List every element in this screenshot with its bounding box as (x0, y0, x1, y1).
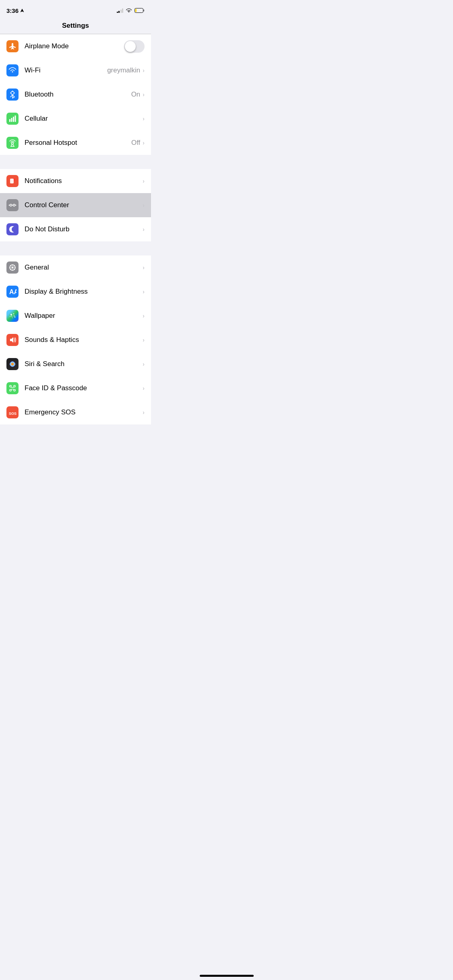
siri-search-label: Siri & Search (25, 360, 143, 368)
wallpaper-icon (8, 312, 17, 320)
display-group: General › AA Display & Brightness › (0, 255, 151, 424)
face-id-item[interactable]: Face ID & Passcode › (0, 376, 151, 400)
group-spacer-1 (0, 155, 151, 169)
emergency-sos-item[interactable]: SOS Emergency SOS › (0, 400, 151, 424)
siri-search-chevron: › (143, 361, 145, 367)
location-arrow-icon (20, 8, 24, 13)
bluetooth-value: On (131, 91, 141, 99)
emergency-icon: SOS (8, 408, 17, 416)
airplane-mode-icon-wrapper (6, 40, 19, 52)
wallpaper-icon-wrapper (6, 310, 19, 322)
control-center-icon-wrapper (6, 199, 19, 211)
svg-point-43 (13, 387, 14, 388)
svg-point-17 (12, 267, 14, 269)
do-not-disturb-icon (8, 225, 17, 233)
sounds-icon (8, 336, 17, 344)
face-id-chevron: › (143, 385, 145, 391)
notifications-item[interactable]: Notifications › (0, 169, 151, 193)
wifi-icon (8, 67, 17, 74)
face-id-icon (8, 384, 17, 392)
connectivity-group: Airplane Mode Wi-Fi greymalkin › (0, 34, 151, 155)
general-icon (8, 264, 17, 272)
airplane-mode-toggle[interactable] (124, 40, 145, 53)
status-time: 3:36 (6, 7, 24, 14)
general-label: General (25, 264, 143, 272)
siri-search-item[interactable]: Siri & Search › (0, 352, 151, 376)
siri-icon-wrapper (6, 358, 19, 370)
do-not-disturb-icon-wrapper (6, 223, 19, 235)
svg-point-35 (10, 361, 15, 367)
display-icon-wrapper: AA (6, 286, 19, 298)
notifications-icon (8, 177, 17, 185)
hotspot-label: Personal Hotspot (25, 139, 131, 147)
display-brightness-label: Display & Brightness (25, 288, 143, 296)
general-chevron: › (143, 264, 145, 271)
emergency-sos-icon-wrapper: SOS (6, 406, 19, 418)
svg-rect-10 (10, 179, 14, 183)
svg-point-30 (14, 317, 16, 318)
page-title: Settings (0, 18, 151, 34)
svg-rect-38 (10, 385, 11, 387)
bluetooth-label: Bluetooth (25, 91, 131, 99)
display-brightness-chevron: › (143, 288, 145, 295)
display-icon: AA (8, 288, 17, 296)
svg-point-29 (10, 316, 10, 317)
sounds-haptics-label: Sounds & Haptics (25, 336, 143, 344)
wallpaper-item[interactable]: Wallpaper › (0, 304, 151, 328)
svg-rect-40 (10, 389, 11, 391)
svg-text:SOS: SOS (9, 412, 17, 416)
svg-line-23 (14, 269, 14, 269)
hotspot-value: Off (131, 139, 140, 147)
toggle-thumb (125, 41, 136, 52)
airplane-mode-item[interactable]: Airplane Mode (0, 34, 151, 58)
hotspot-icon-wrapper (6, 137, 19, 149)
notifications-list: Notifications › Control Center › (0, 169, 151, 241)
sounds-haptics-chevron: › (143, 337, 145, 343)
control-center-icon (8, 201, 17, 209)
emergency-sos-label: Emergency SOS (25, 408, 143, 416)
wifi-label: Wi-Fi (25, 66, 107, 74)
svg-point-42 (11, 387, 12, 388)
control-center-chevron: › (143, 202, 145, 208)
svg-point-27 (10, 314, 12, 315)
airplane-mode-label: Airplane Mode (25, 42, 124, 50)
bluetooth-chevron: › (143, 91, 145, 98)
bluetooth-item[interactable]: Bluetooth On › (0, 82, 151, 107)
general-icon-wrapper (6, 261, 19, 274)
wallpaper-label: Wallpaper (25, 312, 143, 320)
general-item[interactable]: General › (0, 255, 151, 280)
siri-icon (8, 360, 17, 368)
display-brightness-item[interactable]: AA Display & Brightness › (0, 280, 151, 304)
svg-rect-1 (143, 10, 145, 12)
svg-line-25 (10, 269, 11, 269)
emergency-sos-chevron: › (143, 409, 145, 416)
cellular-icon-wrapper (6, 113, 19, 125)
hotspot-chevron: › (143, 140, 145, 146)
notifications-icon-wrapper (6, 175, 19, 187)
bluetooth-icon-wrapper (6, 89, 19, 101)
svg-text:AA: AA (9, 288, 17, 295)
sounds-haptics-item[interactable]: Sounds & Haptics › (0, 328, 151, 352)
personal-hotspot-item[interactable]: Personal Hotspot Off › (0, 131, 151, 155)
svg-rect-2 (135, 9, 137, 12)
cellular-icon (9, 115, 16, 122)
svg-point-32 (11, 315, 13, 317)
svg-rect-39 (14, 385, 15, 387)
svg-marker-34 (10, 337, 13, 343)
battery-icon (134, 8, 145, 13)
wifi-item[interactable]: Wi-Fi greymalkin › (0, 58, 151, 82)
wifi-value: greymalkin (107, 66, 140, 74)
status-icons (117, 8, 145, 13)
group-spacer-2 (0, 241, 151, 255)
do-not-disturb-item[interactable]: Do Not Disturb › (0, 217, 151, 241)
face-id-label: Face ID & Passcode (25, 384, 143, 392)
svg-point-7 (12, 143, 14, 145)
sounds-icon-wrapper (6, 334, 19, 346)
signal-bars-icon (117, 8, 124, 13)
cellular-item[interactable]: Cellular › (0, 107, 151, 131)
svg-rect-41 (14, 389, 15, 391)
control-center-item[interactable]: Control Center › (0, 193, 151, 217)
svg-rect-6 (15, 115, 16, 122)
display-list: General › AA Display & Brightness › (0, 255, 151, 424)
wifi-icon-wrapper (6, 64, 19, 76)
